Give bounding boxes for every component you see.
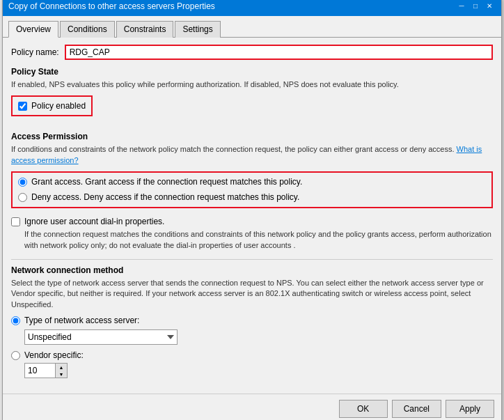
deny-access-label: Deny access. Deny access if the connecti… <box>31 192 299 203</box>
vendor-radio[interactable] <box>11 351 20 360</box>
title-bar: Copy of Connections to other access serv… <box>3 0 501 16</box>
vendor-spinner-input[interactable] <box>24 363 56 378</box>
apply-button[interactable]: Apply <box>446 400 494 418</box>
type-radio-label: Type of network access server: <box>24 316 139 325</box>
dialog-title: Copy of Connections to other access serv… <box>8 1 215 11</box>
button-bar: OK Cancel Apply <box>3 394 501 420</box>
type-radio[interactable] <box>11 316 20 325</box>
network-type-dropdown[interactable]: Unspecified Remote Access Server (VPN-Di… <box>24 329 178 345</box>
policy-name-row: Policy name: <box>11 45 493 60</box>
ignore-dialin-row: Ignore user account dial-in properties. <box>11 217 493 226</box>
spinner-up-button[interactable]: ▲ <box>56 364 67 371</box>
ignore-dialin-label: Ignore user account dial-in properties. <box>24 217 164 226</box>
maximize-button[interactable]: □ <box>469 1 482 12</box>
close-button[interactable]: ✕ <box>483 1 496 12</box>
vendor-radio-row: Vendor specific: <box>11 350 493 360</box>
vendor-spinner-row: ▲ ▼ <box>24 363 493 378</box>
ignore-dialin-checkbox[interactable] <box>11 217 20 226</box>
policy-state-title: Policy State <box>11 67 493 77</box>
ok-button[interactable]: OK <box>339 400 388 418</box>
spinner-down-button[interactable]: ▼ <box>56 371 67 378</box>
policy-enabled-checkbox-row[interactable]: Policy enabled <box>11 95 93 116</box>
policy-state-desc: If enabled, NPS evaluates this policy wh… <box>11 79 493 90</box>
dropdown-row: Unspecified Remote Access Server (VPN-Di… <box>24 329 493 345</box>
dialog-window: Copy of Connections to other access serv… <box>2 0 502 420</box>
grant-access-radio[interactable] <box>18 178 27 187</box>
access-permission-desc: If conditions and constraints of the net… <box>11 144 493 166</box>
grant-access-row: Grant access. Grant access if the connec… <box>18 177 486 188</box>
network-connection-title: Network connection method <box>11 265 493 275</box>
title-bar-buttons: ─ □ ✕ <box>455 1 496 12</box>
access-permission-title: Access Permission <box>11 132 493 141</box>
deny-access-radio[interactable] <box>18 193 27 202</box>
policy-enabled-checkbox[interactable] <box>18 102 27 111</box>
cancel-button[interactable]: Cancel <box>392 400 441 418</box>
tab-settings[interactable]: Settings <box>175 21 220 38</box>
network-connection-desc: Select the type of network access server… <box>11 278 493 310</box>
policy-name-label: Policy name: <box>11 47 59 57</box>
tab-conditions[interactable]: Conditions <box>60 21 115 38</box>
access-permission-section: Access Permission If conditions and cons… <box>11 132 493 208</box>
section-divider <box>11 259 493 260</box>
deny-access-row: Deny access. Deny access if the connecti… <box>18 192 486 203</box>
type-radio-row: Type of network access server: <box>11 316 493 325</box>
ignore-dialin-desc: If the connection request matches the co… <box>24 229 493 251</box>
access-radio-group: Grant access. Grant access if the connec… <box>11 171 493 208</box>
policy-enabled-label: Policy enabled <box>31 101 86 111</box>
network-connection-section: Network connection method Select the typ… <box>11 265 493 378</box>
policy-state-section: Policy State If enabled, NPS evaluates t… <box>11 67 493 123</box>
tab-bar: Overview Conditions Constraints Settings <box>3 16 501 38</box>
vendor-spinner-buttons: ▲ ▼ <box>56 363 68 378</box>
vendor-radio-label: Vendor specific: <box>24 350 84 360</box>
minimize-button[interactable]: ─ <box>455 1 468 12</box>
policy-name-input[interactable] <box>65 45 493 60</box>
ignore-dialin-section: Ignore user account dial-in properties. … <box>11 217 493 251</box>
grant-access-label: Grant access. Grant access if the connec… <box>31 177 302 188</box>
dialog-content: Policy name: Policy State If enabled, NP… <box>3 38 501 394</box>
tab-overview[interactable]: Overview <box>8 21 58 38</box>
tab-constraints[interactable]: Constraints <box>116 21 174 38</box>
